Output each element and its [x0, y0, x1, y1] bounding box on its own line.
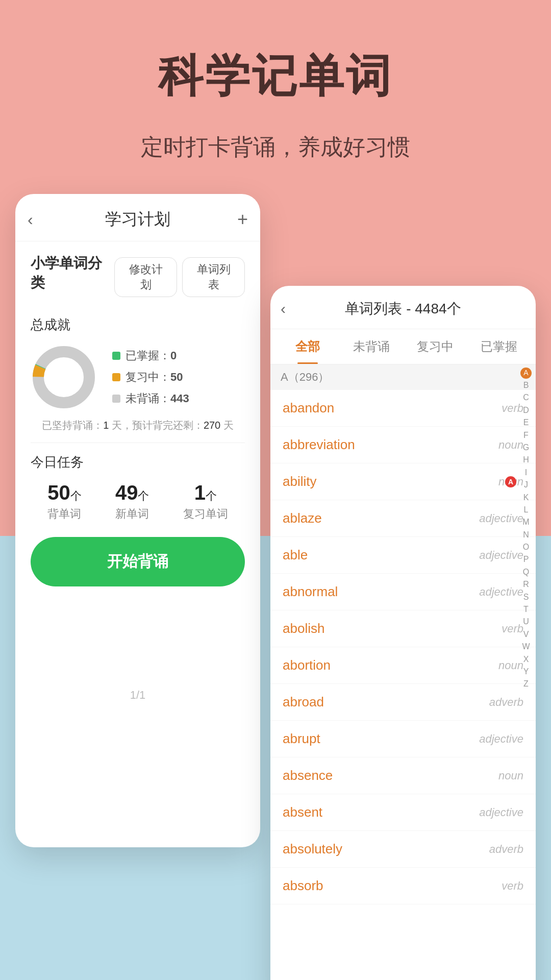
word-row-ability[interactable]: ability noun A [270, 463, 536, 500]
word-row-abortion[interactable]: abortion noun [270, 647, 536, 684]
alpha-n[interactable]: N [520, 529, 532, 541]
alpha-p[interactable]: P [520, 554, 532, 565]
word-list-header: ‹ 单词列表 - 4484个 [270, 286, 536, 329]
type-absolutely: adverb [489, 843, 523, 856]
alphabet-sidebar: A B C D E F G H I J K L M N O P Q R S T [520, 368, 532, 690]
word-row-absolutely[interactable]: absolutely adverb [270, 831, 536, 868]
task-num-new: 49个 [115, 481, 149, 504]
type-able: adjective [479, 549, 523, 562]
alpha-a[interactable]: A [520, 368, 532, 379]
mastered-label: 已掌握：0 [126, 348, 177, 363]
alpha-c[interactable]: C [520, 392, 532, 403]
task-item-memorize: 50个 背单词 [47, 481, 82, 522]
alpha-g[interactable]: G [520, 442, 532, 453]
alpha-e[interactable]: E [520, 417, 532, 428]
alpha-t[interactable]: T [520, 604, 532, 615]
alpha-l[interactable]: L [520, 504, 532, 516]
word-row-absence[interactable]: absence noun [270, 757, 536, 794]
tab-mastered[interactable]: 已掌握 [467, 329, 531, 364]
unlearned-dot [112, 395, 120, 403]
alpha-o[interactable]: O [520, 542, 532, 553]
add-plan-button[interactable]: + [237, 209, 248, 230]
word-absent: absent [283, 804, 322, 820]
word-row-absorb[interactable]: absorb verb [270, 868, 536, 904]
word-row-abbreviation[interactable]: abbreviation noun [270, 427, 536, 463]
task-num-review: 1个 [183, 481, 228, 504]
a-badge: A [505, 476, 516, 487]
divider [31, 443, 245, 443]
word-row-abrupt[interactable]: abrupt adjective [270, 721, 536, 757]
main-title: 科学记单词 [0, 0, 551, 107]
type-abortion: noun [498, 659, 523, 672]
page-indicator: 1/1 [31, 689, 245, 702]
tab-all[interactable]: 全部 [276, 329, 339, 364]
word-row-abnormal[interactable]: abnormal adjective [270, 574, 536, 610]
word-back-button[interactable]: ‹ [281, 300, 286, 317]
task-label-memorize: 背单词 [47, 506, 82, 522]
type-abrupt: adjective [479, 732, 523, 746]
type-abbreviation: noun [498, 438, 523, 452]
left-card-header: ‹ 学习计划 + [15, 194, 260, 241]
alpha-w[interactable]: W [520, 641, 532, 652]
word-row-abolish[interactable]: abolish verb [270, 610, 536, 647]
alpha-y[interactable]: Y [520, 666, 532, 677]
alpha-d[interactable]: D [520, 405, 532, 416]
achievement-section: 总成就 已掌握：0 [31, 316, 245, 432]
alpha-v[interactable]: V [520, 629, 532, 640]
cards-container: ‹ 学习计划 + 小学单词分类 修改计划 单词列表 总成就 [0, 194, 551, 954]
legend: 已掌握：0 复习中：50 未背诵：443 [112, 348, 189, 406]
alpha-s[interactable]: S [520, 592, 532, 603]
alpha-k[interactable]: K [520, 492, 532, 503]
tab-unlearned[interactable]: 未背诵 [339, 329, 403, 364]
svg-point-0 [38, 352, 89, 403]
chart-row: 已掌握：0 复习中：50 未背诵：443 [31, 344, 245, 410]
section-header-a: A（296） [270, 364, 536, 390]
start-memorize-button[interactable]: 开始背诵 [31, 537, 245, 586]
alpha-f[interactable]: F [520, 430, 532, 441]
word-row-ablaze[interactable]: ablaze adjective [270, 500, 536, 537]
left-card-title: 学习计划 [105, 208, 170, 231]
word-list-button[interactable]: 单词列表 [182, 257, 245, 297]
alpha-h[interactable]: H [520, 454, 532, 465]
word-row-abandon[interactable]: abandon verb [270, 390, 536, 427]
tab-reviewing[interactable]: 复习中 [403, 329, 467, 364]
type-absence: noun [498, 769, 523, 782]
alpha-u[interactable]: U [520, 616, 532, 627]
left-back-button[interactable]: ‹ [28, 210, 33, 229]
alpha-z[interactable]: Z [520, 678, 532, 690]
legend-item-mastered: 已掌握：0 [112, 348, 189, 363]
alpha-i[interactable]: I [520, 467, 532, 478]
word-able: able [283, 547, 308, 563]
word-list: abandon verb abbreviation noun ability n… [270, 390, 536, 904]
alpha-x[interactable]: X [520, 654, 532, 665]
modify-plan-button[interactable]: 修改计划 [114, 257, 177, 297]
alpha-m[interactable]: M [520, 517, 532, 528]
word-row-abroad[interactable]: abroad adverb [270, 684, 536, 721]
word-abolish: abolish [283, 621, 324, 636]
type-abroad: adverb [489, 696, 523, 709]
left-card-body: 小学单词分类 修改计划 单词列表 总成就 [15, 241, 260, 714]
alpha-j[interactable]: J [520, 479, 532, 491]
type-absent: adjective [479, 806, 523, 819]
tabs-row: 全部 未背诵 复习中 已掌握 [270, 329, 536, 364]
task-num-memorize: 50个 [47, 481, 82, 504]
word-list-title: 单词列表 - 4484个 [345, 299, 461, 318]
achievement-title: 总成就 [31, 316, 245, 334]
left-card: ‹ 学习计划 + 小学单词分类 修改计划 单词列表 总成就 [15, 194, 260, 847]
section-label: 小学单词分类 [31, 254, 114, 292]
word-absorb: absorb [283, 878, 323, 894]
reviewing-label: 复习中：50 [126, 370, 183, 385]
alpha-r[interactable]: R [520, 579, 532, 590]
word-abroad: abroad [283, 694, 324, 710]
task-row: 50个 背单词 49个 新单词 1个 复习单词 [31, 481, 245, 522]
alpha-b[interactable]: B [520, 380, 532, 391]
word-row-able[interactable]: able adjective [270, 537, 536, 574]
today-task-section: 今日任务 50个 背单词 49个 新单词 1个 复习单词 [31, 453, 245, 522]
legend-item-unlearned: 未背诵：443 [112, 391, 189, 406]
alpha-q[interactable]: Q [520, 567, 532, 578]
word-abbreviation: abbreviation [283, 437, 355, 453]
reviewing-dot [112, 373, 120, 381]
word-abrupt: abrupt [283, 731, 320, 747]
word-abandon: abandon [283, 400, 334, 416]
word-row-absent[interactable]: absent adjective [270, 794, 536, 831]
